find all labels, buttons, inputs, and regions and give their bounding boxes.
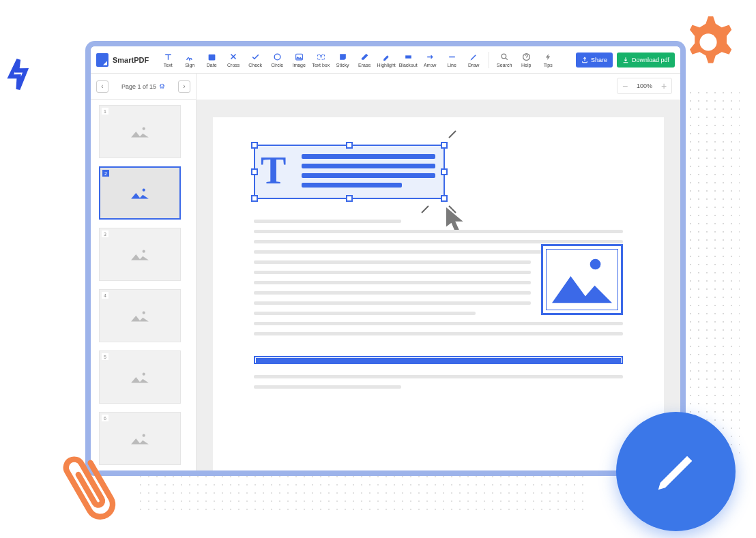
- image-placeholder-icon: [130, 432, 150, 445]
- tool-text[interactable]: Text: [157, 48, 179, 72]
- zoom-control: − 100% +: [617, 78, 672, 94]
- svg-point-8: [143, 128, 145, 130]
- document-page[interactable]: T: [213, 117, 664, 470]
- svg-point-13: [143, 434, 145, 437]
- tool-draw[interactable]: Draw: [463, 48, 484, 72]
- tool-highlight[interactable]: Highlight: [375, 48, 397, 72]
- cross-icon: [229, 52, 238, 61]
- blackout-icon: [403, 52, 413, 61]
- decoration-edit-badge: [616, 412, 736, 531]
- tool-date[interactable]: Date: [201, 48, 222, 72]
- text-lines: [302, 154, 435, 192]
- svg-point-14: [590, 259, 601, 270]
- image-placeholder-icon: [130, 248, 150, 261]
- decoration-bolt-icon: [1, 55, 37, 100]
- resize-handle-bm[interactable]: [346, 195, 353, 202]
- click-spark: [421, 205, 428, 213]
- textbox-icon: [316, 52, 325, 61]
- tool-tips[interactable]: Tips: [537, 48, 559, 72]
- share-icon: [581, 57, 588, 63]
- calendar-icon: [207, 52, 216, 61]
- thumbnail-3[interactable]: 3: [99, 228, 181, 281]
- page-label: Page 1 of 15 ⚙: [121, 83, 165, 90]
- decoration-dots: [678, 89, 740, 457]
- click-spark: [448, 130, 456, 138]
- brand-text: SmartPDF: [113, 56, 149, 64]
- sign-icon: [185, 52, 194, 61]
- svg-rect-5: [405, 55, 411, 58]
- resize-handle-tm[interactable]: [346, 142, 353, 149]
- pager-bar: ‹ Page 1 of 15 ⚙ ›: [91, 74, 197, 100]
- erase-icon: [360, 52, 369, 61]
- selected-textbox[interactable]: T: [254, 145, 445, 199]
- tool-textbox[interactable]: Text box: [310, 48, 332, 72]
- zoom-out-button[interactable]: −: [617, 78, 633, 93]
- next-page-button[interactable]: ›: [178, 80, 190, 93]
- search-icon: [499, 52, 509, 61]
- brand-icon: [96, 53, 108, 67]
- annotation-tools: Text Sign Date Cross Check Circle Image …: [157, 48, 484, 72]
- svg-point-6: [501, 54, 506, 59]
- toolbar-separator: [489, 52, 489, 68]
- tool-erase[interactable]: Erase: [353, 48, 375, 72]
- highlighted-line[interactable]: [254, 356, 623, 364]
- tool-arrow[interactable]: Arrow: [419, 48, 441, 72]
- help-tools: Search Help Tips: [493, 48, 559, 72]
- brand: SmartPDF: [96, 53, 149, 67]
- tool-sticky[interactable]: Sticky: [332, 48, 353, 72]
- zoom-value: 100%: [633, 83, 656, 89]
- text-icon: [163, 52, 173, 61]
- tool-line[interactable]: Line: [441, 48, 463, 72]
- image-placeholder-icon: [130, 186, 150, 200]
- resize-handle-tr[interactable]: [441, 142, 448, 149]
- download-button[interactable]: Download pdf: [617, 53, 675, 68]
- tool-sign[interactable]: Sign: [179, 48, 201, 72]
- sticky-icon: [338, 52, 347, 61]
- zoom-in-button[interactable]: +: [656, 78, 671, 93]
- tool-image[interactable]: Image: [288, 48, 310, 72]
- canvas-area: T: [197, 100, 680, 470]
- resize-handle-bl[interactable]: [251, 195, 258, 202]
- image-placeholder-icon: [130, 370, 150, 384]
- thumbnail-sidebar: 1 2 3 4 5 6: [91, 100, 197, 470]
- dropcap-t: T: [261, 151, 286, 190]
- download-icon: [622, 57, 629, 63]
- tool-cross[interactable]: Cross: [222, 48, 244, 72]
- svg-point-11: [143, 312, 145, 314]
- inline-image[interactable]: [541, 244, 623, 315]
- check-icon: [250, 52, 260, 61]
- thumbnail-1[interactable]: 1: [99, 105, 181, 158]
- image-placeholder-icon: [547, 250, 617, 310]
- share-button[interactable]: Share: [576, 53, 613, 68]
- tool-search[interactable]: Search: [493, 48, 515, 72]
- app-window: SmartPDF Text Sign Date Cross Check Circ…: [85, 41, 686, 476]
- svg-point-15: [699, 33, 716, 50]
- decoration-gear-icon: [678, 10, 739, 72]
- highlight-icon: [381, 52, 391, 61]
- tips-icon: [543, 52, 553, 61]
- thumbnail-2[interactable]: 2: [99, 166, 181, 220]
- svg-point-9: [143, 189, 145, 192]
- resize-handle-br[interactable]: [441, 195, 448, 202]
- resize-handle-ml[interactable]: [251, 168, 258, 175]
- svg-point-2: [274, 54, 280, 60]
- line-icon: [447, 52, 456, 61]
- pencil-icon: [652, 448, 700, 496]
- tool-check[interactable]: Check: [244, 48, 266, 72]
- resize-handle-mr[interactable]: [441, 168, 448, 175]
- svg-point-12: [143, 373, 145, 376]
- thumbnail-5[interactable]: 5: [99, 350, 181, 404]
- draw-icon: [469, 52, 478, 61]
- thumbnail-6[interactable]: 6: [99, 412, 181, 465]
- thumbnail-4[interactable]: 4: [99, 289, 181, 342]
- image-icon: [294, 52, 304, 61]
- resize-handle-tl[interactable]: [251, 142, 258, 149]
- toolbar: SmartPDF Text Sign Date Cross Check Circ…: [91, 46, 680, 74]
- tool-blackout[interactable]: Blackout: [397, 48, 419, 72]
- body-text-placeholder-2: [254, 375, 623, 389]
- tool-circle[interactable]: Circle: [266, 48, 288, 72]
- arrow-icon: [425, 52, 435, 61]
- tool-help[interactable]: Help: [515, 48, 537, 72]
- prev-page-button[interactable]: ‹: [96, 80, 108, 93]
- pager-settings-icon[interactable]: ⚙: [159, 83, 165, 90]
